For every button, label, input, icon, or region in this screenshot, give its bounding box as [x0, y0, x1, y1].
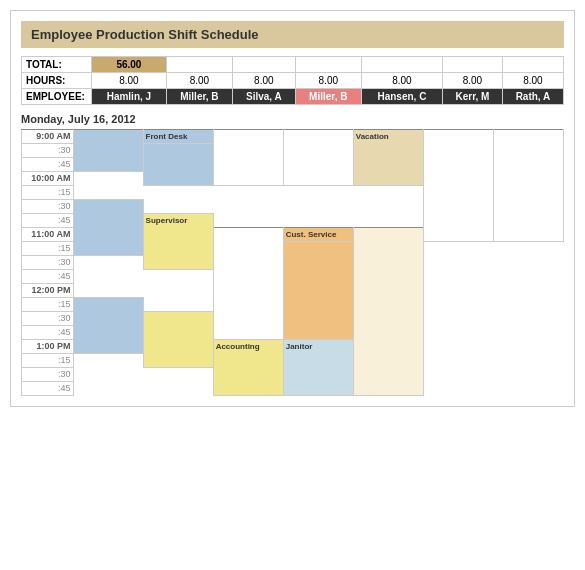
employee-label: EMPLOYEE: — [22, 89, 92, 105]
emp-5: Kerr, M — [442, 89, 502, 105]
hours-4: 8.00 — [361, 73, 442, 89]
time-cell-4: :15 — [22, 186, 74, 200]
main-container: Employee Production Shift Schedule TOTAL… — [10, 10, 575, 407]
hours-0: 8.00 — [92, 73, 167, 89]
sched-cell-r0-c6 — [493, 130, 563, 242]
sched-cell-r8-c3 — [283, 242, 353, 340]
emp-1: Miller, B — [166, 89, 232, 105]
sched-cell-r0-c3 — [283, 130, 353, 186]
time-cell-12: :15 — [22, 298, 74, 312]
time-cell-16: :15 — [22, 354, 74, 368]
schedule-table: 9:00 AMFront DeskVacation:30:4510:00 AM:… — [21, 129, 564, 396]
hours-6: 8.00 — [502, 73, 563, 89]
sched-cell-r0-c5 — [423, 130, 493, 242]
schedule-title: Employee Production Shift Schedule — [21, 21, 564, 48]
sched-cell-r0-c4: Vacation — [353, 130, 423, 186]
time-cell-10: :45 — [22, 270, 74, 284]
sched-cell-r5-c0 — [73, 200, 143, 256]
time-cell-0: 9:00 AM — [22, 130, 74, 144]
sched-cell-r6-c1: Supervisor — [143, 214, 213, 270]
sched-cell-r15-c5: Accounting — [213, 340, 283, 396]
time-cell-14: :45 — [22, 326, 74, 340]
time-cell-11: 12:00 PM — [22, 284, 74, 298]
sched-cell-r13-c1 — [143, 312, 213, 368]
cell-label: Janitor — [286, 342, 313, 351]
sched-cell-r15-c6: Janitor — [283, 340, 353, 396]
time-cell-1: :30 — [22, 144, 74, 158]
time-cell-18: :45 — [22, 382, 74, 396]
time-cell-13: :30 — [22, 312, 74, 326]
time-cell-5: :30 — [22, 200, 74, 214]
hours-1: 8.00 — [166, 73, 232, 89]
emp-6: Rath, A — [502, 89, 563, 105]
cell-label: Vacation — [356, 132, 389, 141]
time-cell-2: :45 — [22, 158, 74, 172]
emp-3: Miller, B — [295, 89, 361, 105]
cell-label: Cust. Service — [286, 230, 337, 239]
emp-0: Hamlin, J — [92, 89, 167, 105]
hours-5: 8.00 — [442, 73, 502, 89]
time-cell-3: 10:00 AM — [22, 172, 74, 186]
date-label: Monday, July 16, 2012 — [21, 113, 564, 125]
sched-cell-r0-c0 — [73, 130, 143, 172]
total-label: TOTAL: — [22, 57, 92, 73]
hours-3: 8.00 — [295, 73, 361, 89]
emp-4: Hansen, C — [361, 89, 442, 105]
header-table: TOTAL: 56.00 HOURS: 8.00 8.00 8.00 8.00 … — [21, 56, 564, 105]
hours-label: HOURS: — [22, 73, 92, 89]
time-cell-17: :30 — [22, 368, 74, 382]
sched-cell-r7-c4 — [353, 228, 423, 396]
time-cell-6: :45 — [22, 214, 74, 228]
sched-cell-r7-c2 — [213, 228, 283, 340]
sched-cell-r12-c0 — [73, 298, 143, 354]
schedule-grid: 9:00 AMFront DeskVacation:30:4510:00 AM:… — [21, 129, 564, 396]
time-cell-15: 1:00 PM — [22, 340, 74, 354]
time-cell-7: 11:00 AM — [22, 228, 74, 242]
total-value: 56.00 — [92, 57, 167, 73]
time-cell-9: :30 — [22, 256, 74, 270]
emp-2: Silva, A — [233, 89, 296, 105]
cell-label: Supervisor — [146, 216, 188, 225]
sched-cell-r0-c2 — [213, 130, 283, 186]
sched-cell-r1-c1 — [143, 144, 213, 186]
hours-2: 8.00 — [233, 73, 296, 89]
cell-label: Accounting — [216, 342, 260, 351]
sched-cell-r7-c3: Cust. Service — [283, 228, 353, 242]
cell-label: Front Desk — [146, 132, 188, 141]
time-cell-8: :15 — [22, 242, 74, 256]
sched-cell-r0-c1: Front Desk — [143, 130, 213, 144]
